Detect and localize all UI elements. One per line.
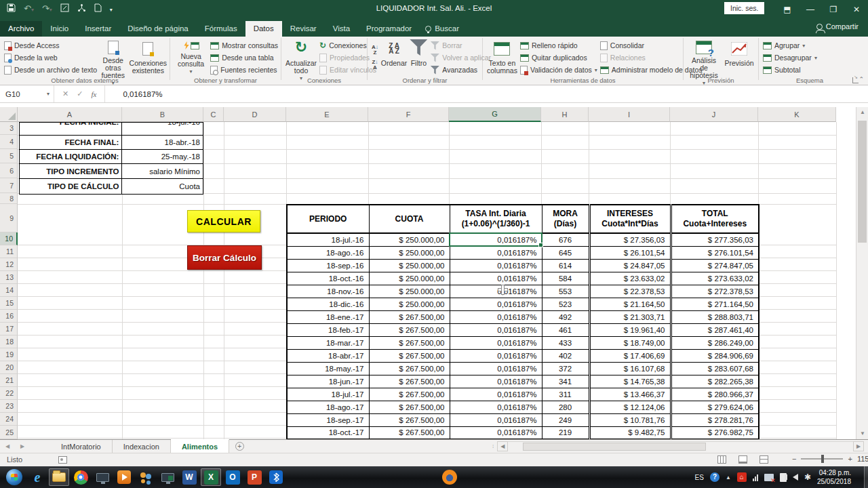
agrupar-button[interactable]: Agrupar▾ [763,40,817,51]
row-header[interactable]: 3 [0,122,18,135]
cell-periodo[interactable]: 18-nov.-16 [287,285,369,298]
header-total[interactable]: TOTALCuota+Intereses [671,205,759,233]
desde-otras-fuentes-button[interactable]: Desde otras fuentes▾ [100,39,127,75]
cell-tasa[interactable]: 0,016187% [450,272,542,285]
validacion-datos-button[interactable]: Validación de datos▾ [520,64,597,75]
quitar-duplicados-button[interactable]: Quitar duplicados [520,52,597,63]
show-desktop-button[interactable] [864,466,868,488]
cell-cuota[interactable]: $ 267.500,00 [369,323,450,336]
cell-total[interactable]: $ 288.803,71 [671,310,759,323]
minimize-button[interactable]: — [799,0,822,19]
cell-tasa[interactable]: 0,016187% [450,426,542,439]
row-header[interactable]: 19 [0,348,18,361]
column-header[interactable]: D [224,107,286,122]
param-row-tipo-incremento[interactable]: TIPO INCREMENTOsalario Mínimo [20,164,203,179]
row-header[interactable]: 21 [0,374,18,387]
cell-total[interactable]: $ 273.633,02 [671,272,759,285]
sheet-tab[interactable]: IntMoratorio [50,440,113,453]
cell-intereses[interactable]: $ 17.406,69 [589,349,671,362]
cell-intereses[interactable]: $ 27.356,03 [589,233,671,246]
cell-cuota[interactable]: $ 250.000,00 [369,233,450,246]
cell-mora[interactable]: 492 [542,310,589,323]
zoom-out-icon[interactable]: − [792,455,796,463]
cell-cuota[interactable]: $ 267.500,00 [369,336,450,349]
sheet-tab[interactable]: Alimentos [171,439,229,453]
column-header[interactable]: A [18,107,122,122]
cell-total[interactable]: $ 278.281,76 [671,413,759,426]
normal-view-icon[interactable] [717,455,726,464]
cell-mora[interactable]: 523 [542,298,589,310]
header-periodo[interactable]: PERIODO [287,205,369,233]
antivirus-tray-icon[interactable]: ⌂ [737,472,747,482]
cell-intereses[interactable]: $ 26.101,54 [589,246,671,259]
cell-tasa[interactable]: 0,016187% [450,413,542,426]
macro-record-icon[interactable] [58,456,67,464]
cell-mora[interactable]: 402 [542,349,589,362]
cell-mora[interactable]: 645 [542,246,589,259]
cell-intereses[interactable]: $ 13.466,37 [589,388,671,401]
cell-mora[interactable]: 553 [542,285,589,298]
zoom-level[interactable]: 115% [857,455,868,463]
scroll-right-icon[interactable]: ▶ [853,441,864,451]
cell-mora[interactable]: 249 [542,413,589,426]
remote-pc-icon[interactable] [157,468,178,486]
confirm-entry-icon[interactable]: ✓ [77,89,83,98]
texto-en-columnas-button[interactable]: Texto en columnas [487,39,517,75]
fuentes-recientes-button[interactable]: Fuentes recientes [210,64,278,75]
cell-periodo[interactable]: 18-oct.-17 [287,426,369,439]
cell-cuota[interactable]: $ 250.000,00 [369,298,450,310]
cell-intereses[interactable]: $ 21.164,50 [589,298,671,310]
param-row-fecha-inicial[interactable]: FECHA INICIAL:18-jul.-16 [20,123,203,136]
row-header[interactable]: 13 [0,271,18,284]
row-header[interactable]: 14 [0,284,18,297]
share-button[interactable]: Compartir [816,22,859,30]
cell-intereses[interactable]: $ 22.378,53 [589,285,671,298]
zoom-slider-thumb[interactable] [821,455,824,463]
cell-tasa[interactable]: 0,016187% [450,310,542,323]
cell-tasa[interactable]: 0,016187% [450,259,542,272]
cell-mora[interactable]: 461 [542,323,589,336]
analisis-hipotesis-button[interactable]: ?Análisis de hipótesis▾ [688,39,720,75]
signal-tray-icon[interactable] [753,474,758,481]
cell-total[interactable]: $ 287.461,40 [671,323,759,336]
bluetooth-icon[interactable] [266,468,286,486]
cell-periodo[interactable]: 18-ago.-17 [287,401,369,413]
desde-una-tabla-button[interactable]: Desde una tabla [210,52,278,63]
name-box[interactable]: G10▾ [0,85,54,102]
row-header[interactable]: 22 [0,387,18,400]
cell-periodo[interactable]: 18-ene.-17 [287,310,369,323]
cell-periodo[interactable]: 18-sep.-16 [287,259,369,272]
cell-periodo[interactable]: 18-sep.-17 [287,413,369,426]
tab-insertar[interactable]: Insertar [77,21,119,37]
scroll-left-icon[interactable]: ◀ [497,441,508,451]
cell-total[interactable]: $ 280.966,37 [671,388,759,401]
volume-tray-icon[interactable] [793,474,798,481]
word-icon[interactable]: W [179,468,199,486]
header-tasa[interactable]: TASA Int. Diaria(1+0.06)^(1/360)-1 [450,205,542,233]
cell-tasa[interactable]: 0,016187% [450,323,542,336]
cell-intereses[interactable]: $ 9.482,75 [589,426,671,439]
param-row-fecha-final[interactable]: FECHA FINAL:18-abr.-18 [20,136,203,150]
desde-la-web-button[interactable]: Desde la web [4,52,97,63]
cell-mora[interactable]: 341 [542,375,589,388]
ordenar-button[interactable]: Z AA ZOrdenar [381,39,408,75]
worksheet-grid[interactable]: FECHA INICIAL:18-jul.-16 FECHA FINAL:18-… [18,122,856,439]
horizontal-scrollbar[interactable]: ⁞ ◀ ▶ [492,441,864,451]
cell-total[interactable]: $ 279.624,06 [671,401,759,413]
avanzadas-button[interactable]: Avanzadas [430,64,491,75]
page-break-view-icon[interactable] [760,455,768,464]
desde-access-button[interactable]: Desde Access [4,40,97,51]
row-header[interactable]: 5 [0,149,18,163]
explorer-icon[interactable] [49,468,69,486]
sync-tray-icon[interactable]: ✱ [804,472,811,482]
prevision-button[interactable]: Previsión [723,39,755,75]
ribbon-display-options-icon[interactable]: ⬒ [776,0,799,19]
column-header[interactable]: G [449,107,541,122]
cell-intereses[interactable]: $ 18.749,00 [589,336,671,349]
vscroll-thumb[interactable] [858,121,867,243]
row-header[interactable]: 25 [0,426,18,439]
row-header[interactable]: 6 [0,163,18,178]
cell-cuota[interactable]: $ 267.500,00 [369,349,450,362]
row-header[interactable]: 4 [0,135,18,149]
filtro-button[interactable]: Filtro [410,39,427,75]
